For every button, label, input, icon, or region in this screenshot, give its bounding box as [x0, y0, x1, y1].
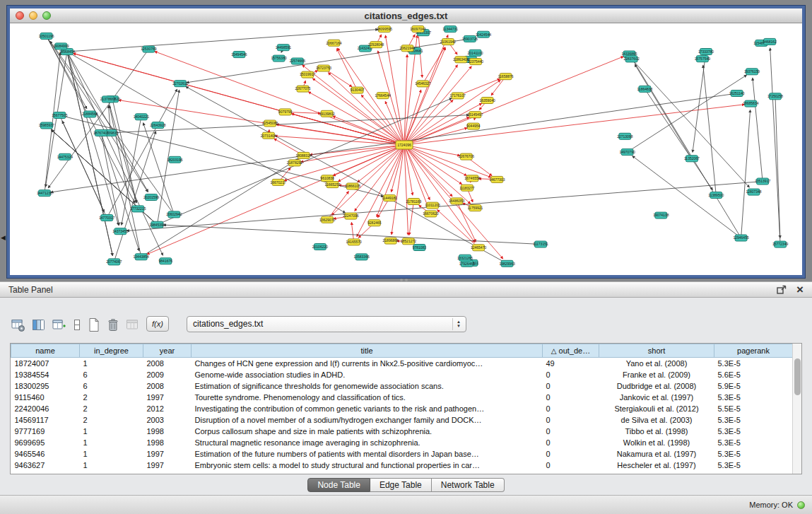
- table-row[interactable]: 1456911722003Disruption of a novel membe…: [11, 414, 793, 426]
- network-node[interactable]: 17333780: [698, 49, 714, 55]
- network-node[interactable]: 19139802: [319, 110, 334, 117]
- network-node[interactable]: 22643928: [150, 122, 165, 129]
- cell-year[interactable]: 1997: [143, 392, 192, 403]
- network-node[interactable]: 11864838: [637, 86, 652, 92]
- network-node[interactable]: 20201599: [143, 194, 159, 201]
- cell-out_degree[interactable]: 0: [543, 369, 599, 380]
- network-node[interactable]: 9044954: [466, 123, 481, 129]
- network-node[interactable]: 11344731: [442, 26, 458, 33]
- cell-pagerank[interactable]: 5.3E-5: [714, 448, 793, 460]
- table-row[interactable]: 946554611997Estimation of the future num…: [11, 448, 793, 460]
- cell-name[interactable]: 9115460: [11, 392, 80, 403]
- network-node[interactable]: 22375440: [468, 59, 483, 65]
- network-node[interactable]: 20106220: [312, 244, 328, 250]
- cell-name[interactable]: 18300295: [11, 380, 80, 392]
- column-header-in-degree[interactable]: in_degree: [80, 344, 143, 358]
- column-header-out-degree[interactable]: △out_de…: [543, 344, 599, 358]
- cell-out_degree[interactable]: 0: [543, 414, 599, 426]
- network-node[interactable]: 16097043: [410, 26, 425, 33]
- panel-collapse-icon[interactable]: ◀: [1, 234, 6, 241]
- column-selector-icon[interactable]: [73, 315, 81, 332]
- network-node[interactable]: 21878292: [287, 160, 302, 166]
- column-header-name[interactable]: name: [11, 344, 80, 358]
- cell-title[interactable]: Estimation of the future numbers of pati…: [192, 448, 543, 460]
- cell-pagerank[interactable]: 5.3E-5: [714, 358, 793, 370]
- network-node[interactable]: 22545088: [262, 120, 278, 127]
- network-node[interactable]: 20141100: [468, 49, 483, 56]
- network-node[interactable]: 15494546: [231, 52, 247, 58]
- cell-name[interactable]: 22420046: [11, 403, 80, 414]
- network-node[interactable]: 16670217: [270, 179, 286, 185]
- network-node[interactable]: 9079799: [278, 109, 293, 115]
- cell-in_degree[interactable]: 1: [80, 437, 143, 448]
- cell-in_degree[interactable]: 1: [80, 358, 143, 370]
- cell-in_degree[interactable]: 1: [80, 460, 143, 471]
- network-node[interactable]: 15985937: [39, 122, 54, 129]
- cell-title[interactable]: Estimation of significance thresholds fo…: [192, 380, 543, 392]
- network-node[interactable]: 16670620: [423, 211, 438, 217]
- network-node[interactable]: 22676706: [459, 153, 474, 160]
- cell-year[interactable]: 1998: [143, 426, 192, 437]
- cell-short[interactable]: Stergiakouli et al. (2012): [599, 403, 714, 414]
- network-node[interactable]: 22713098: [617, 133, 632, 139]
- network-node[interactable]: 13321265: [457, 255, 473, 261]
- network-node[interactable]: 19376159: [744, 69, 760, 75]
- network-node[interactable]: 14546327: [415, 81, 430, 87]
- cell-out_degree[interactable]: 0: [543, 437, 599, 448]
- cell-short[interactable]: Tibbo et al. (1998): [599, 426, 714, 437]
- network-node[interactable]: 22677075: [295, 86, 310, 92]
- cell-title[interactable]: Changes of HCN gene expression and I(f) …: [192, 358, 543, 370]
- float-panel-icon[interactable]: [777, 285, 787, 294]
- cell-title[interactable]: Disruption of a novel member of a sodium…: [192, 414, 543, 426]
- table-row[interactable]: 946362711997Embryonic stem cells: a mode…: [11, 460, 793, 471]
- network-node[interactable]: 15677505: [52, 112, 67, 119]
- cell-pagerank[interactable]: 5.3E-5: [714, 426, 793, 437]
- cell-pagerank[interactable]: 5.3E-5: [714, 392, 793, 403]
- network-node[interactable]: 11011203: [425, 202, 440, 209]
- network-node[interactable]: 18521272: [401, 238, 416, 245]
- cell-in_degree[interactable]: 1: [80, 426, 143, 437]
- network-node[interactable]: 20774067: [106, 259, 122, 265]
- network-node[interactable]: 15019917: [300, 71, 315, 78]
- cell-out_degree[interactable]: 0: [543, 380, 599, 392]
- column-header-title[interactable]: title: [192, 344, 543, 358]
- network-node[interactable]: 20602942: [166, 211, 182, 218]
- network-node[interactable]: 19845390: [149, 221, 165, 228]
- table-source-dropdown[interactable]: citations_edges.txt ▲ ▼: [187, 316, 466, 332]
- network-node[interactable]: 19084999: [53, 43, 69, 49]
- cell-in_degree[interactable]: 1: [80, 448, 143, 460]
- table-row[interactable]: 911546021997Tourette syndrome. Phenomeno…: [11, 392, 793, 403]
- cell-pagerank[interactable]: 5.5E-5: [714, 403, 793, 414]
- cell-in_degree[interactable]: 2: [80, 403, 143, 414]
- network-canvas[interactable]: 1050119698416761598593714040221202015991…: [10, 23, 802, 275]
- network-node[interactable]: 20621944: [399, 45, 415, 52]
- cell-in_degree[interactable]: 2: [80, 392, 143, 403]
- cell-name[interactable]: 18724007: [11, 358, 80, 370]
- network-node[interactable]: 1724096: [396, 141, 413, 149]
- cell-pagerank[interactable]: 5.6E-5: [714, 369, 793, 380]
- cell-name[interactable]: 14569117: [11, 414, 80, 426]
- network-node[interactable]: 11759921: [467, 205, 483, 211]
- delete-table-icon[interactable]: [107, 315, 119, 332]
- cell-year[interactable]: 2008: [143, 358, 192, 370]
- network-node[interactable]: 14471238: [37, 190, 52, 197]
- network-node[interactable]: 13583366: [353, 254, 369, 260]
- cell-in_degree[interactable]: 2: [80, 414, 143, 426]
- function-builder-button[interactable]: f(x): [146, 316, 169, 332]
- network-node[interactable]: 13629070: [319, 216, 335, 223]
- network-node[interactable]: 9781083: [413, 245, 427, 251]
- network-node[interactable]: 9282465: [367, 220, 382, 226]
- network-node[interactable]: 18767403: [93, 130, 109, 136]
- create-column-icon[interactable]: [52, 315, 66, 332]
- network-node[interactable]: 9468162: [763, 38, 777, 45]
- network-node[interactable]: 14373455: [112, 228, 128, 235]
- table-row[interactable]: 1938455462009Genome-wide association stu…: [11, 369, 793, 380]
- network-node[interactable]: 19829963: [499, 260, 514, 267]
- cell-out_degree[interactable]: 0: [543, 392, 599, 403]
- cell-out_degree[interactable]: 0: [543, 460, 599, 471]
- network-node[interactable]: 22837602: [623, 56, 639, 62]
- network-node[interactable]: 20731404: [261, 132, 276, 139]
- cell-short[interactable]: Wolkin et al. (1998): [599, 437, 714, 448]
- network-node[interactable]: 17664544: [375, 93, 390, 99]
- new-table-icon[interactable]: [88, 315, 100, 332]
